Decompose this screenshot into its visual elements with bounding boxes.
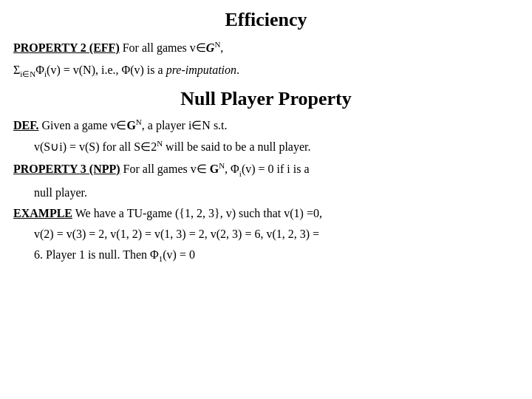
property2-text1: For all games v [120, 41, 196, 54]
example-line1: EXAMPLE We have a TU-game ({1, 2, 3}, v)… [13, 205, 519, 223]
def-label: DEF. [13, 119, 39, 132]
property2-label: PROPERTY 2 (EFF) [13, 41, 120, 54]
example-line2: v(2) = v(3) = 2, v(1, 2) = v(1, 3) = 2, … [34, 225, 519, 243]
page: Efficiency PROPERTY 2 (EFF) For all game… [0, 0, 532, 399]
property3-line2: null player. [34, 184, 519, 202]
property2-line: PROPERTY 2 (EFF) For all games v∈GN, [13, 38, 519, 57]
property2-G: G [206, 41, 215, 54]
page-title: Efficiency [13, 9, 519, 31]
example-line3: 6. Player 1 is null. Then Φ1(v) = 0 [34, 246, 519, 265]
property2-line2: Σi∈NΦi(v) = v(N), i.e., Φ(v) is a pre-im… [13, 61, 519, 81]
property3-label: PROPERTY 3 (NPP) [13, 163, 120, 175]
property3-line: PROPERTY 3 (NPP) For all games v∈ GN, Φi… [13, 160, 519, 180]
null-player-heading: Null Player Property [13, 88, 519, 110]
example-label: EXAMPLE [13, 207, 72, 219]
def-indented: v(S∪i) = v(S) for all S∈2N will be said … [34, 137, 519, 156]
def-line: DEF. Given a game v∈GN, a player i∈N s.t… [13, 116, 519, 134]
